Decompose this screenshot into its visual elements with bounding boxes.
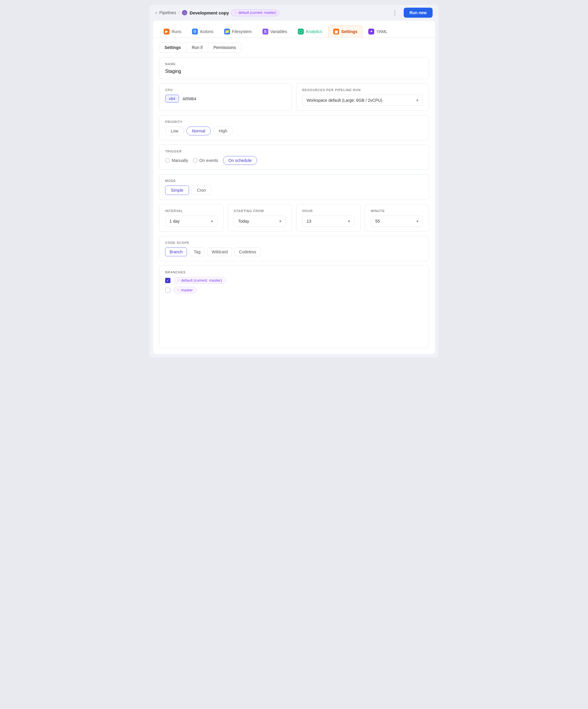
code-scope-card: CODE SCOPE Branch Tag Wildcard Codeless [159,236,429,261]
tab-actions[interactable]: ⚙ Actions [187,26,218,37]
name-label: NAME [165,62,423,66]
branch-checkbox-default[interactable]: ✓ [165,278,170,283]
interval-card: INTERVAL 1 day ▾ [159,204,223,232]
radio-manually [165,158,170,163]
chevron-down-icon: ▾ [417,98,419,103]
priority-low-button[interactable]: Low [165,127,184,135]
git-branch-icon: ⑂ [235,10,237,15]
priority-normal-button[interactable]: Normal [186,127,211,135]
code-scope-label: CODE SCOPE [165,241,423,244]
tab-actions-label: Actions [200,29,214,34]
back-button[interactable]: ‹ [155,10,157,15]
mode-label: MODE [165,179,423,183]
hour-value: 13 [307,219,312,224]
app-container: ‹ Pipelines / ⬡ Development copy ⑂ defau… [150,5,438,358]
tab-variables-label: Variables [270,29,287,34]
more-button[interactable]: ⋮ [390,8,400,18]
starting-from-chevron-icon: ▾ [279,219,281,224]
scope-branch-button[interactable]: Branch [165,247,187,256]
starting-from-label: STARTING FROM [234,209,286,213]
git-icon-default: ⑂ [177,278,180,283]
branch-badge[interactable]: ⑂ default (current: master) [231,9,279,16]
settings-icon: ▦ [333,29,339,34]
trigger-card: TRIGGER Manually On events On schedule [159,145,429,170]
hour-card: HOUR 13 ▾ [296,204,360,232]
scope-tag-button[interactable]: Tag [189,247,205,256]
minute-dropdown[interactable]: 55 ▾ [371,216,423,227]
cpu-arm64-text: ARM64 [183,97,196,101]
scope-codeless-button[interactable]: Codeless [235,247,260,256]
scope-wildcard-button[interactable]: Wildcard [207,247,232,256]
tab-settings-label: Settings [341,29,357,34]
priority-card: PRIORITY Low Normal High [159,115,429,140]
tab-analytics-label: Analytics [306,29,322,34]
mode-card: MODE Simple Cron [159,174,429,200]
filesystem-icon: 📁 [224,29,230,34]
minute-label: MINUTE [371,209,423,213]
interval-chevron-icon: ▾ [211,219,213,224]
scope-group: Branch Tag Wildcard Codeless [165,247,423,256]
tab-yaml-label: YAML [376,29,387,34]
resources-value: Workspace default (Large: 6GB / 2vCPU) [307,98,382,103]
mode-simple-button[interactable]: Simple [165,185,189,195]
branch-item-master: ⑂ master [165,287,423,293]
resources-label: RESOURCES PER PIPELINE RUN [302,88,423,92]
starting-from-dropdown[interactable]: Today ▾ [234,216,286,227]
tab-variables[interactable]: S Variables [258,26,292,37]
actions-icon: ⚙ [192,29,198,34]
breadcrumb-sep: / [179,10,180,15]
name-card: NAME Staging [159,57,429,79]
tab-settings[interactable]: ▦ Settings [328,25,363,37]
tab-filesystem[interactable]: 📁 Filesystem [219,26,257,37]
cpu-label: CPU [165,88,286,92]
trigger-on-events[interactable]: On events [193,158,218,163]
git-icon-master: ⑂ [177,288,180,292]
interval-dropdown[interactable]: 1 day ▾ [165,216,217,227]
breadcrumb-pipelines[interactable]: Pipelines [159,10,176,15]
priority-label: PRIORITY [165,120,423,124]
interval-label: INTERVAL [165,209,217,213]
tab-analytics[interactable]: ⬡ Analytics [293,26,327,37]
mode-group: Simple Cron [165,185,423,195]
cpu-card: CPU x64 ARM64 [159,83,292,111]
trigger-on-schedule-button[interactable]: On schedule [223,156,258,165]
branches-card: BRANCHES ✓ ⑂ default (current: master) ⑂ [159,265,429,348]
branches-list: ✓ ⑂ default (current: master) ⑂ master [165,277,423,293]
branch-label: default (current: master) [238,10,276,15]
radio-on-events [193,158,197,163]
tab-runs[interactable]: ▶ Runs [159,26,186,37]
top-bar-actions: ⋮ Run new [390,8,433,18]
minute-value: 55 [375,219,380,224]
priority-toggle-group: Low Normal High [165,127,423,135]
branch-master-label: master [181,288,193,292]
content-area: NAME Staging CPU x64 ARM64 RESOURCES PER… [153,52,435,354]
branch-default-label: default (current: master) [181,278,222,283]
trigger-on-events-label: On events [199,158,218,163]
subtab-run-if[interactable]: Run if [186,43,208,52]
hour-dropdown[interactable]: 13 ▾ [302,216,354,227]
resources-dropdown[interactable]: Workspace default (Large: 6GB / 2vCPU) ▾ [302,95,423,106]
resources-card: RESOURCES PER PIPELINE RUN Workspace def… [296,83,429,111]
tab-runs-label: Runs [171,29,181,34]
pipeline-icon: ⬡ [182,10,187,15]
branch-checkbox-master[interactable] [165,288,170,293]
subtab-permissions[interactable]: Permissions [208,43,241,52]
name-value: Staging [165,69,423,74]
subtab-settings[interactable]: Settings [159,43,186,52]
top-bar: ‹ Pipelines / ⬡ Development copy ⑂ defau… [150,5,438,21]
branch-tag-master: ⑂ master [173,287,197,293]
trigger-manually[interactable]: Manually [165,158,188,163]
tab-filesystem-label: Filesystem [232,29,252,34]
priority-high-button[interactable]: High [213,127,233,135]
cpu-options: x64 ARM64 [165,95,286,103]
cpu-x64-button[interactable]: x64 [165,95,179,103]
trigger-label: TRIGGER [165,150,423,153]
run-new-button[interactable]: Run new [404,8,433,18]
branches-label: BRANCHES [165,270,423,274]
tab-yaml[interactable]: ✦ YAML [364,26,392,37]
yaml-icon: ✦ [368,29,374,34]
analytics-icon: ⬡ [298,29,304,34]
hour-label: HOUR [302,209,354,213]
mode-cron-button[interactable]: Cron [191,185,211,195]
hour-chevron-icon: ▾ [348,219,350,224]
